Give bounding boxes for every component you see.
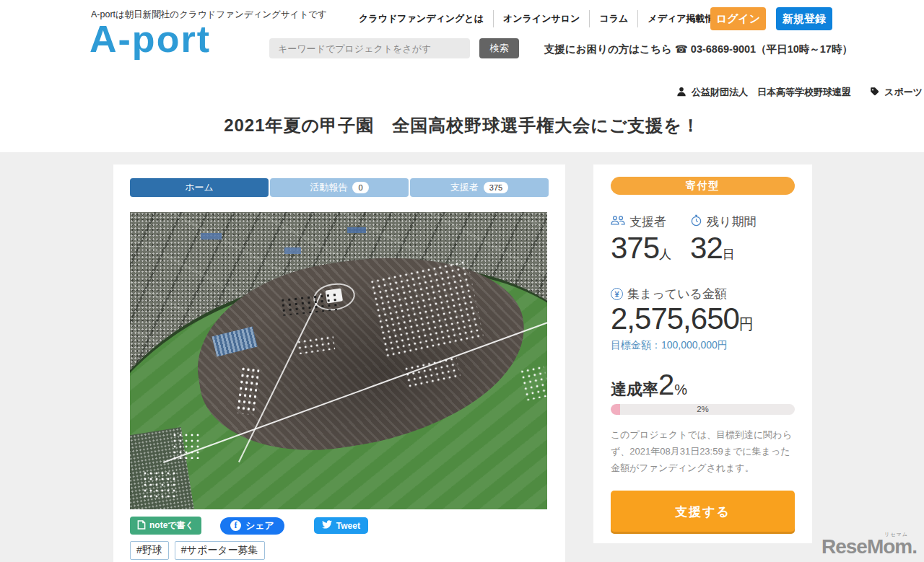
funding-type-badge: 寄付型 [611, 177, 795, 195]
stand-banner [201, 233, 222, 240]
achievement-rate: 達成率 2 % [611, 372, 795, 400]
note-share-button[interactable]: noteで書く [130, 517, 201, 535]
tab-supporters[interactable]: 支援者 375 [410, 178, 549, 197]
tweet-button[interactable]: Tweet [314, 517, 368, 534]
facebook-icon: f [230, 520, 241, 531]
project-title: 2021年夏の甲子園 全国高校野球選手権大会にご支援を！ [0, 114, 924, 137]
project-tabs: ホーム 活動報告 0 支援者 375 [130, 178, 549, 197]
days-left-stat: 残り期間 32日 [690, 214, 756, 264]
stand-banner [347, 227, 366, 233]
goal-amount: 目標金額：100,000,000円 [611, 339, 795, 352]
twitter-bird-icon [322, 520, 332, 531]
progress-bar: 2% [611, 404, 795, 415]
yen-coin-icon: ¥ [611, 288, 623, 300]
nav-item-column[interactable]: コラム [589, 10, 637, 27]
project-owner[interactable]: 公益財団法人 日本高等学校野球連盟 [692, 86, 851, 99]
project-main-card: ホーム 活動報告 0 支援者 375 [113, 164, 565, 562]
hashtag-row: #野球 #サポーター募集 [130, 541, 549, 560]
players-group [142, 470, 175, 500]
stadium-photo [130, 212, 547, 509]
search-button[interactable]: 検索 [479, 38, 519, 58]
people-icon [611, 215, 625, 229]
register-button[interactable]: 新規登録 [776, 7, 832, 30]
top-nav: クラウドファンディングとは オンラインサロン コラム メディア掲載情報 [349, 10, 733, 27]
login-button[interactable]: ログイン [710, 7, 766, 30]
hashtag-supporter-recruit[interactable]: #サポーター募集 [175, 541, 265, 560]
progress-label: 2% [611, 404, 795, 415]
resemom-ruby: リセマム [884, 531, 908, 538]
site-header: A-portは朝日新聞社のクラウドファンディングサイトです A-port クラウ… [0, 0, 924, 152]
tab-activity-reports[interactable]: 活動報告 0 [270, 178, 409, 197]
amount-block: ¥ 集まっている金額 2,575,650円 目標金額：100,000,000円 [611, 286, 795, 352]
stopwatch-icon [690, 214, 702, 230]
tab-home[interactable]: ホーム [130, 178, 269, 197]
supporters-stat: 支援者 375人 [611, 214, 671, 264]
project-category[interactable]: スポーツ [884, 86, 923, 99]
days-left-count: 32日 [690, 232, 756, 264]
aport-logo[interactable]: A-port [90, 17, 211, 61]
supporters-count: 375人 [611, 232, 671, 264]
support-button[interactable]: 支援する [611, 491, 795, 534]
project-meta-row: 公益財団法人 日本高等学校野球連盟 スポーツ [676, 86, 923, 99]
stand-banner [284, 247, 301, 253]
share-row: noteで書く f シェア Tweet [130, 517, 549, 535]
facebook-share-button[interactable]: f シェア [220, 517, 284, 535]
note-icon [137, 520, 146, 532]
person-icon [676, 87, 687, 99]
search-input[interactable] [269, 38, 470, 58]
nav-item-about-crowdfunding[interactable]: クラウドファンディングとは [349, 10, 493, 27]
hashtag-baseball[interactable]: #野球 [130, 541, 169, 560]
resemom-watermark: リセマム ReseMom. [821, 535, 917, 558]
players-group [172, 432, 201, 459]
tag-icon [870, 87, 879, 98]
nav-item-online-salon[interactable]: オンラインサロン [493, 10, 589, 27]
reports-count-badge: 0 [352, 182, 368, 193]
support-phone-text: 支援にお困りの方はこちら ☎ 03-6869-9001（平日10時～17時） [544, 43, 853, 56]
supporters-count-badge: 375 [484, 182, 508, 193]
funding-sidebar: 寄付型 支援者 375人 残り期間 32日 ¥ 集まっている金額 [593, 164, 812, 543]
funding-note: このプロジェクトでは、目標到達に関わらず、2021年08月31日23:59までに… [611, 427, 795, 476]
stats-row: 支援者 375人 残り期間 32日 [611, 214, 795, 264]
amount-raised: 2,575,650円 [611, 302, 795, 335]
resemom-logo: ReseMom. [821, 535, 917, 558]
